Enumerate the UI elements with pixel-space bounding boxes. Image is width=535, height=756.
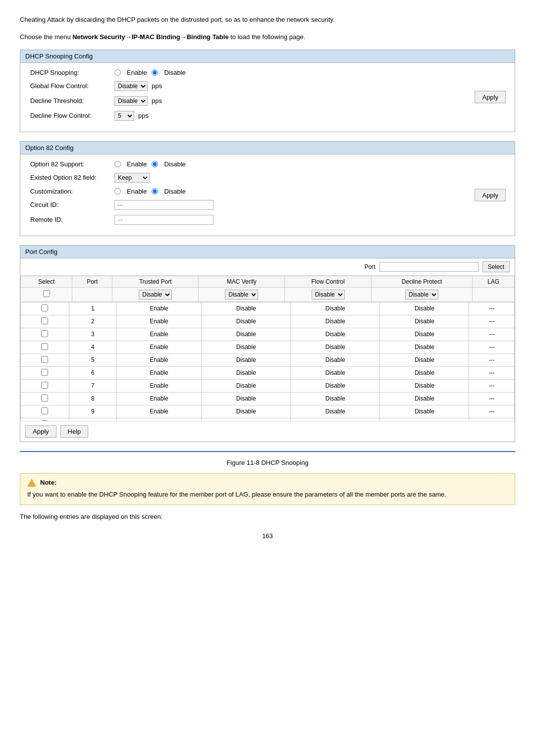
row-checkbox[interactable] [41,304,48,311]
note-text-2: The following entries are displayed on t… [20,512,515,522]
global-flow-select[interactable]: Disable Enable [114,81,148,91]
row-decline-protect: Disable [380,328,469,341]
filter-decline-protect-cell: DisableEnable [372,287,473,302]
row-checkbox[interactable] [41,330,48,337]
port-number-input[interactable] [379,262,479,272]
filter-mac-verify-cell: DisableEnable [199,287,285,302]
decline-flow-select[interactable]: 1234 5678 910 [114,111,134,121]
row-flow-control: Disable [291,315,380,328]
customization-disable-radio[interactable] [152,188,158,195]
row-checkbox[interactable] [41,420,48,421]
option82-header: Option 82 Config [20,142,515,154]
customization-row: Customization: Enable Disable [30,188,505,195]
existed-option82-label: Existed Option 82 field: [30,174,114,181]
filter-decline-protect-select[interactable]: DisableEnable [405,290,438,300]
table-row: 4 Enable Disable Disable Disable --- [21,341,515,353]
customization-label: Customization: [30,188,114,195]
decline-threshold-select[interactable]: Disable Enable [114,96,148,106]
row-mac-verify: Disable [202,366,291,379]
row-flow-control: Disable [291,366,380,379]
port-apply-button[interactable]: Apply [25,425,56,438]
row-mac-verify: Disable [202,328,291,341]
row-checkbox[interactable] [41,317,48,324]
port-filter-row: DisableEnable DisableEnable DisableEnabl… [21,287,515,302]
dhcp-snooping-row: DHCP Snooping: Enable Disable [30,69,505,76]
option82-support-row: Option 82 Support: Enable Disable [30,160,505,168]
row-checkbox[interactable] [41,356,48,363]
table-row: 7 Enable Disable Disable Disable --- [21,379,515,392]
circuit-id-input[interactable] [114,200,214,210]
row-checkbox[interactable] [41,369,48,376]
decline-threshold-row: Decline Threshold: Disable Enable pps [30,96,505,106]
row-checkbox[interactable] [41,382,48,389]
decline-flow-label: Decline Flow Control: [30,112,114,119]
remote-id-row: Remote ID: [30,215,505,225]
row-checkbox[interactable] [41,407,48,414]
row-decline-protect: Disable [380,392,469,405]
row-mac-verify: Disable [202,405,291,418]
row-decline-protect: Disable [380,341,469,353]
filter-flow-control-cell: DisableEnable [285,287,372,302]
existed-option82-row: Existed Option 82 field: Keep Replace Dr… [30,173,505,183]
decline-threshold-control: Disable Enable pps [114,96,162,106]
row-checkbox-cell [21,366,69,379]
filter-flow-control-select[interactable]: DisableEnable [312,290,345,300]
col-port: Port [72,276,112,287]
dhcp-snooping-control: Enable Disable [114,69,186,76]
port-config-box: Port Config Port Select Select Port Trus… [20,245,515,442]
existed-option82-select[interactable]: Keep Replace Drop [114,173,150,183]
customization-control: Enable Disable [114,188,186,195]
global-flow-control-row: Global Flow Control: Disable Enable pps [30,81,505,91]
row-lag: --- [469,302,515,315]
dhcp-apply-button[interactable]: Apply [475,91,506,103]
row-decline-protect: Disable [380,315,469,328]
filter-checkbox-cell [21,287,72,302]
dhcp-snooping-label: DHCP Snooping: [30,69,114,76]
dhcp-snooping-header: DHCP Snooping Config [20,50,515,63]
table-row: 9 Enable Disable Disable Disable --- [21,405,515,418]
port-select-button[interactable]: Select [482,261,510,272]
remote-id-input[interactable] [114,215,214,225]
row-mac-verify: Disable [202,379,291,392]
note-box: Note: If you want to enable the DHCP Sno… [20,473,515,505]
help-button[interactable]: Help [60,425,89,438]
row-flow-control: Disable [291,302,380,315]
page-number: 163 [20,532,515,540]
row-port: 3 [69,328,116,341]
row-port: 1 [69,302,116,315]
decline-flow-control-row: Decline Flow Control: 1234 5678 910 pps [30,111,505,121]
row-trusted: Enable [116,315,202,328]
filter-trusted-select[interactable]: DisableEnable [139,290,172,300]
port-table-scroll: 1 Enable Disable Disable Disable --- 2 E… [20,302,515,421]
col-flow-control: Flow Control [285,276,372,287]
select-all-checkbox[interactable] [43,290,50,297]
row-decline-protect: Disable [380,379,469,392]
col-decline-protect: Decline Protect [372,276,473,287]
table-row: 5 Enable Disable Disable Disable --- [21,353,515,366]
row-flow-control: Disable [291,405,380,418]
col-mac-verify: MAC Verify [199,276,285,287]
row-mac-verify: Disable [202,353,291,366]
decline-flow-control: 1234 5678 910 pps [114,111,149,121]
option82-apply-button[interactable]: Apply [475,189,506,201]
row-checkbox-cell [21,328,69,341]
row-checkbox[interactable] [41,395,48,402]
port-select-row: Port Select [20,258,515,276]
option82-config-box: Option 82 Config Option 82 Support: Enab… [20,141,515,236]
port-table-header-row: Select Port Trusted Port MAC Verify Flow… [21,276,515,287]
option82-disable-radio[interactable] [152,161,158,167]
row-trusted: Enable [116,328,202,341]
customization-enable-radio[interactable] [114,188,121,195]
snooping-disable-radio[interactable] [152,69,158,76]
col-trusted: Trusted Port [112,276,199,287]
row-mac-verify: Disable [202,392,291,405]
circuit-id-row: Circuit ID: [30,200,505,210]
row-flow-control: Disable [291,379,380,392]
filter-mac-verify-select[interactable]: DisableEnable [225,290,258,300]
row-checkbox[interactable] [41,343,48,350]
row-decline-protect: Disable [380,353,469,366]
row-decline-protect: Disable [380,366,469,379]
snooping-enable-radio[interactable] [114,69,121,76]
option82-enable-radio[interactable] [114,161,121,167]
row-decline-protect: Disable [380,302,469,315]
